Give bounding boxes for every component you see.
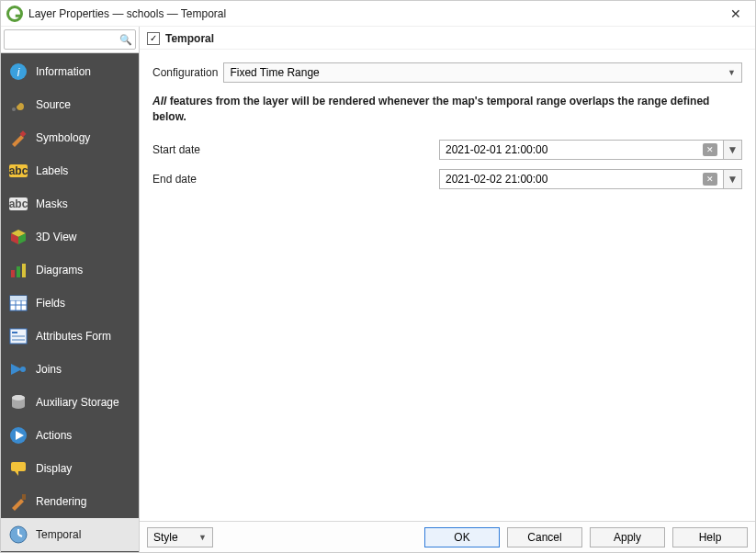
sidebar-item-label: 3D View <box>36 231 76 243</box>
clock-icon <box>8 525 28 545</box>
window-title: Layer Properties — schools — Temporal <box>28 7 722 20</box>
svg-rect-15 <box>22 264 26 277</box>
labels-icon: abc <box>8 161 28 181</box>
start-date-label: Start date <box>152 143 439 156</box>
svg-rect-34 <box>22 494 26 500</box>
sidebar-item-diagrams[interactable]: Diagrams <box>1 254 139 287</box>
close-button[interactable]: ✕ <box>722 6 750 21</box>
svg-rect-25 <box>12 339 25 341</box>
sidebar-item-auxiliary-storage[interactable]: Auxiliary Storage <box>1 386 139 419</box>
help-button[interactable]: Help <box>672 527 748 547</box>
chevron-down-icon: ▼ <box>728 173 739 186</box>
apply-button[interactable]: Apply <box>590 527 665 547</box>
sidebar-item-labels[interactable]: abc Labels <box>1 154 139 187</box>
end-date-value: 2021-02-02 21:00:00 <box>446 173 547 186</box>
clear-icon[interactable]: ✕ <box>703 143 717 156</box>
tooltip-icon <box>8 458 28 479</box>
sidebar-item-label: Fields <box>36 297 65 310</box>
help-label: Help <box>699 531 722 544</box>
sidebar-item-attributes-form[interactable]: Attributes Form <box>1 320 139 353</box>
search-input[interactable] <box>4 29 136 50</box>
temporal-header: ✓ Temporal <box>140 27 755 50</box>
brush-icon <box>8 128 28 148</box>
description-emph: All <box>152 95 166 107</box>
table-icon <box>8 293 28 313</box>
titlebar: Layer Properties — schools — Temporal ✕ <box>1 1 755 27</box>
qgis-icon <box>6 6 23 22</box>
sidebar-item-label: Joins <box>36 363 62 376</box>
svg-rect-24 <box>12 335 25 337</box>
svg-rect-13 <box>11 270 15 277</box>
sidebar-item-rendering[interactable]: Rendering <box>1 485 139 518</box>
content: Configuration Fixed Time Range ▼ All fea… <box>140 50 755 521</box>
chevron-down-icon: ▼ <box>728 143 739 156</box>
svg-rect-21 <box>10 296 27 300</box>
svg-rect-23 <box>12 332 17 333</box>
masks-icon: abc <box>8 194 28 214</box>
configuration-row: Configuration Fixed Time Range ▼ <box>152 62 742 83</box>
cube-icon <box>8 227 28 247</box>
svg-text:abc: abc <box>9 198 28 210</box>
database-icon <box>8 392 28 412</box>
sidebar-item-temporal[interactable]: Temporal <box>1 518 139 551</box>
svg-rect-32 <box>11 462 26 471</box>
body: 🔍 i Information Source <box>1 27 755 552</box>
configuration-value: Fixed Time Range <box>230 66 319 79</box>
play-icon <box>8 425 28 446</box>
sidebar-item-symbology[interactable]: Symbology <box>1 121 139 154</box>
clear-icon[interactable]: ✕ <box>703 173 717 186</box>
svg-point-29 <box>12 395 25 401</box>
end-date-dropdown[interactable]: ▼ <box>724 169 742 189</box>
sidebar-item-label: Masks <box>36 198 68 210</box>
cancel-button[interactable]: Cancel <box>507 527 582 547</box>
chevron-down-icon: ▼ <box>198 533 207 542</box>
apply-label: Apply <box>614 531 641 544</box>
join-icon <box>8 359 28 379</box>
start-date-dropdown[interactable]: ▼ <box>724 140 742 160</box>
wrench-icon <box>8 95 28 115</box>
form-icon <box>8 326 28 346</box>
sidebar-item-label: Information <box>36 65 91 78</box>
main-panel: ✓ Temporal Configuration Fixed Time Rang… <box>139 27 755 552</box>
configuration-select[interactable]: Fixed Time Range ▼ <box>223 62 742 83</box>
temporal-checkbox[interactable]: ✓ <box>147 32 160 45</box>
render-brush-icon <box>8 491 28 512</box>
sidebar-item-label: Actions <box>36 429 72 442</box>
sidebar-item-label: Auxiliary Storage <box>36 396 119 409</box>
sidebar-item-label: Diagrams <box>36 264 83 276</box>
sidebar-item-fields[interactable]: Fields <box>1 287 139 320</box>
cancel-label: Cancel <box>527 531 561 544</box>
svg-rect-14 <box>17 266 20 277</box>
ok-button[interactable]: OK <box>424 527 500 547</box>
sidebar-item-3d-view[interactable]: 3D View <box>1 220 139 254</box>
start-date-input[interactable]: 2021-02-01 21:00:00 ✕ <box>439 140 724 160</box>
sidebar: 🔍 i Information Source <box>1 27 139 552</box>
footer: Style ▼ OK Cancel Apply Help <box>140 521 755 552</box>
sidebar-item-label: Display <box>36 462 72 475</box>
description-rest: features from the layer will be rendered… <box>152 95 709 123</box>
svg-point-27 <box>20 367 26 372</box>
start-date-value: 2021-02-01 21:00:00 <box>446 143 547 156</box>
sidebar-item-actions[interactable]: Actions <box>1 419 139 452</box>
svg-text:abc: abc <box>9 164 28 177</box>
configuration-label: Configuration <box>152 66 218 79</box>
chart-icon <box>8 260 28 280</box>
svg-rect-1 <box>16 14 21 17</box>
sidebar-item-display[interactable]: Display <box>1 452 139 485</box>
info-icon: i <box>8 62 28 82</box>
sidebar-item-source[interactable]: Source <box>1 88 139 121</box>
svg-point-0 <box>8 6 22 20</box>
chevron-down-icon: ▼ <box>728 68 736 77</box>
sidebar-item-label: Temporal <box>36 528 81 541</box>
sidebar-item-joins[interactable]: Joins <box>1 353 139 386</box>
sidebar-item-masks[interactable]: abc Masks <box>1 187 139 220</box>
start-date-row: Start date 2021-02-01 21:00:00 ✕ ▼ <box>152 140 742 160</box>
style-button[interactable]: Style ▼ <box>147 527 213 547</box>
window: Layer Properties — schools — Temporal ✕ … <box>0 0 756 553</box>
end-date-input[interactable]: 2021-02-02 21:00:00 ✕ <box>439 169 724 189</box>
sidebar-item-information[interactable]: i Information <box>1 55 139 88</box>
sidebar-item-label: Source <box>36 98 71 111</box>
end-date-label: End date <box>152 173 439 186</box>
sidebar-item-label: Labels <box>36 164 68 177</box>
svg-marker-33 <box>15 471 18 476</box>
